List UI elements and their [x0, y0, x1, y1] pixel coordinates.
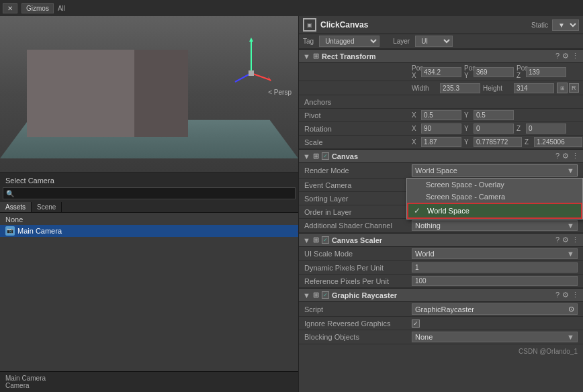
reference-pixels-label: Reference Pixels Per Unit [304, 277, 412, 285]
raycaster-help-icon[interactable]: ? [555, 291, 559, 299]
canvas-scaler-header[interactable]: ▼ ⊞ ✓ Canvas Scaler ? ⚙ ⋮ [299, 233, 583, 247]
raycaster-header[interactable]: ▼ ⊞ ✓ Graphic Raycaster ? ⚙ ⋮ [299, 288, 583, 302]
canvas-fold-icon: ▼ [303, 152, 310, 160]
layer-label: Layer [393, 38, 410, 45]
canvas-enable-checkbox[interactable]: ✓ [322, 152, 329, 160]
tag-label: Tag [303, 38, 314, 45]
pos-xyz: Pos X Pos Y Pos Z [412, 64, 578, 79]
dropdown-option-camera[interactable]: Screen Space - Camera [407, 191, 582, 203]
static-label: Static [531, 21, 548, 29]
r-button[interactable]: R [569, 83, 579, 93]
additional-shader-label: Additional Shader Channel [304, 222, 412, 230]
blocking-objects-arrow: ▼ [567, 333, 574, 341]
pos-x-input[interactable] [421, 67, 461, 77]
rotation-label: Rotation [304, 125, 412, 133]
fold-icon: ▼ [303, 52, 310, 60]
pivot-x-input[interactable] [421, 110, 461, 120]
dropdown-option-world[interactable]: ✓ World Space [407, 203, 582, 219]
blocking-objects-label: Blocking Objects [304, 333, 412, 341]
height-input[interactable] [514, 83, 554, 93]
static-dropdown[interactable]: ▼ [552, 19, 579, 31]
raycaster-enable-checkbox[interactable]: ✓ [322, 291, 329, 299]
scale-y-input[interactable] [474, 137, 522, 147]
persp-label: < Persp [268, 89, 292, 96]
right-panel: ▣ ClickCanvas Static ▼ Tag Untagged Laye… [298, 16, 583, 392]
raycaster-menu-icon[interactable]: ⋮ [572, 291, 579, 299]
render-mode-value: World Space [415, 166, 457, 175]
rotation-xyz: X Y Z [412, 124, 578, 134]
pivot-xyz: X Y [412, 110, 578, 120]
reference-pixels-input[interactable] [412, 276, 578, 286]
ui-scale-arrow: ▼ [567, 250, 574, 258]
render-mode-label: Render Mode [304, 166, 412, 175]
render-mode-popup: Screen Space - Overlay Screen Space - Ca… [406, 178, 583, 219]
script-pick-icon[interactable]: ⊙ [568, 305, 574, 313]
dropdown-option-overlay[interactable]: Screen Space - Overlay [407, 179, 582, 191]
help-icon[interactable]: ? [555, 52, 559, 60]
close-button[interactable]: ✕ [3, 3, 17, 13]
raycaster-title: Graphic Raycaster [332, 291, 555, 299]
scale-x-input[interactable] [421, 137, 461, 147]
canvas-icon: ⊞ [313, 152, 319, 160]
tab-assets[interactable]: Assets [0, 202, 32, 212]
hier-item-maincamera[interactable]: 📷 Main Camera → [0, 225, 298, 237]
ignore-reversed-checkbox[interactable]: ✓ [412, 320, 420, 328]
all-label: All [58, 5, 65, 12]
sorting-layer-label: Sorting Layer [304, 195, 412, 203]
canvas-help-icon[interactable]: ? [555, 152, 559, 160]
settings-icon[interactable]: ⚙ [562, 52, 569, 60]
layer-dropdown[interactable]: UI [415, 36, 453, 47]
rect-transform-icon: ⊞ [313, 52, 319, 60]
rot-x-input[interactable] [421, 124, 461, 134]
script-value: GraphicRaycaster [415, 305, 474, 313]
tabs-bar: Assets Scene [0, 202, 298, 213]
render-mode-dropdown[interactable]: World Space ▼ [412, 164, 578, 177]
object-name: ClickCanvas [320, 20, 527, 30]
rot-y-input[interactable] [474, 124, 514, 134]
ui-scale-label: UI Scale Mode [304, 250, 412, 258]
canvas-title: Canvas [332, 152, 555, 160]
pos-y-input[interactable] [474, 67, 514, 77]
scale-row: Scale X Y Z [299, 136, 583, 149]
constrain-icon[interactable]: ⊞ [557, 83, 568, 93]
hier-item-none[interactable]: None [0, 214, 298, 225]
select-camera-area: Select Camera [0, 172, 298, 202]
red-arrow-indicator: → [295, 224, 298, 239]
event-camera-label: Event Camera [304, 181, 412, 189]
scaler-enable-checkbox[interactable]: ✓ [322, 236, 329, 244]
search-input[interactable] [3, 187, 296, 199]
wh-row: Width Height ⊞ R [299, 81, 583, 95]
canvas-header[interactable]: ▼ ⊞ ✓ Canvas ? ⚙ ⋮ [299, 149, 583, 163]
order-in-layer-label: Order in Layer [304, 208, 412, 216]
pivot-y-input[interactable] [474, 110, 514, 120]
bottom-info: Main Camera Camera [0, 371, 298, 392]
scale-z-input[interactable] [534, 137, 582, 147]
scaler-settings-icon[interactable]: ⚙ [562, 236, 569, 244]
scale-label: Scale [304, 138, 412, 146]
dropdown-arrow-icon: ▼ [567, 166, 574, 175]
option-label-camera: Screen Space - Camera [426, 193, 505, 201]
menu-icon[interactable]: ⋮ [572, 52, 579, 60]
dynamic-pixels-label: Dynamic Pixels Per Unit [304, 264, 412, 272]
rot-z-input[interactable] [526, 124, 566, 134]
dynamic-pixels-input[interactable] [412, 262, 578, 273]
wh-xyz: Width Height ⊞ R [412, 83, 579, 93]
pos-z-input[interactable] [526, 67, 566, 77]
raycaster-settings-icon[interactable]: ⚙ [562, 291, 569, 299]
additional-shader-row: Additional Shader Channel Nothing ▼ [299, 219, 583, 233]
tab-scene[interactable]: Scene [32, 202, 62, 212]
scaler-menu-icon[interactable]: ⋮ [572, 236, 579, 244]
canvas-settings-icon[interactable]: ⚙ [562, 152, 569, 160]
rect-transform-header[interactable]: ▼ ⊞ Rect Transform ? ⚙ ⋮ [299, 49, 583, 63]
tag-dropdown[interactable]: Untagged [319, 36, 379, 47]
svg-line-2 [251, 73, 270, 80]
option-label-overlay: Screen Space - Overlay [426, 181, 504, 189]
gizmos-button[interactable]: Gizmos [21, 3, 54, 13]
script-label: Script [304, 305, 412, 313]
hierarchy-area: None 📷 Main Camera → [0, 213, 298, 371]
width-input[interactable] [440, 83, 480, 93]
canvas-menu-icon[interactable]: ⋮ [572, 152, 579, 160]
anchors-row: Anchors [299, 95, 583, 109]
pivot-label: Pivot [304, 111, 412, 119]
scaler-help-icon[interactable]: ? [555, 236, 559, 244]
